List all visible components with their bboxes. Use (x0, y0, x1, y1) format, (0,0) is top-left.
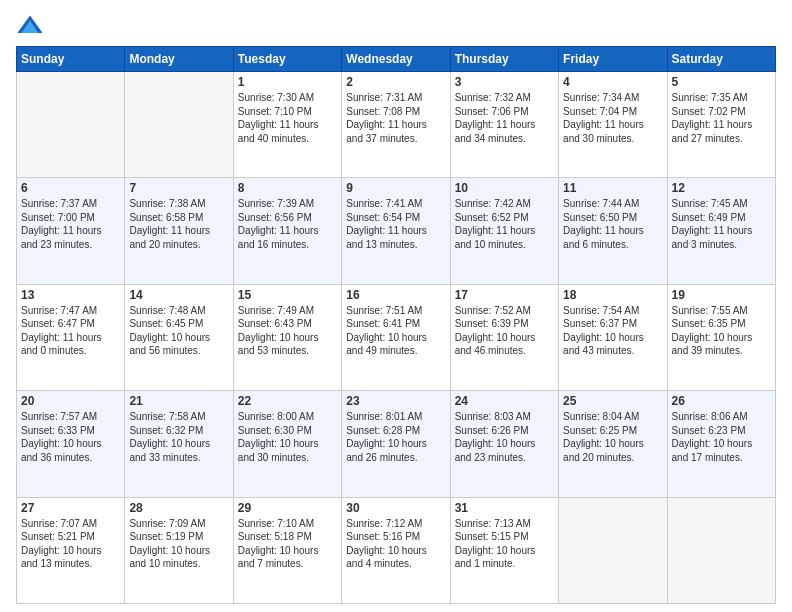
calendar-cell: 20Sunrise: 7:57 AM Sunset: 6:33 PM Dayli… (17, 391, 125, 497)
day-number: 27 (21, 501, 120, 515)
cell-text: Sunrise: 7:42 AM Sunset: 6:52 PM Dayligh… (455, 197, 554, 251)
col-header-sunday: Sunday (17, 47, 125, 72)
day-number: 11 (563, 181, 662, 195)
calendar-cell: 7Sunrise: 7:38 AM Sunset: 6:58 PM Daylig… (125, 178, 233, 284)
calendar-cell: 21Sunrise: 7:58 AM Sunset: 6:32 PM Dayli… (125, 391, 233, 497)
col-header-saturday: Saturday (667, 47, 775, 72)
day-number: 6 (21, 181, 120, 195)
col-header-friday: Friday (559, 47, 667, 72)
day-number: 9 (346, 181, 445, 195)
day-number: 28 (129, 501, 228, 515)
calendar-week-row: 6Sunrise: 7:37 AM Sunset: 7:00 PM Daylig… (17, 178, 776, 284)
calendar-table: SundayMondayTuesdayWednesdayThursdayFrid… (16, 46, 776, 604)
day-number: 2 (346, 75, 445, 89)
cell-text: Sunrise: 7:39 AM Sunset: 6:56 PM Dayligh… (238, 197, 337, 251)
calendar-week-row: 27Sunrise: 7:07 AM Sunset: 5:21 PM Dayli… (17, 497, 776, 603)
calendar-cell: 22Sunrise: 8:00 AM Sunset: 6:30 PM Dayli… (233, 391, 341, 497)
calendar-cell (17, 72, 125, 178)
cell-text: Sunrise: 8:01 AM Sunset: 6:28 PM Dayligh… (346, 410, 445, 464)
cell-text: Sunrise: 7:55 AM Sunset: 6:35 PM Dayligh… (672, 304, 771, 358)
cell-text: Sunrise: 7:44 AM Sunset: 6:50 PM Dayligh… (563, 197, 662, 251)
calendar-cell: 6Sunrise: 7:37 AM Sunset: 7:00 PM Daylig… (17, 178, 125, 284)
calendar-cell: 29Sunrise: 7:10 AM Sunset: 5:18 PM Dayli… (233, 497, 341, 603)
day-number: 15 (238, 288, 337, 302)
calendar-cell: 15Sunrise: 7:49 AM Sunset: 6:43 PM Dayli… (233, 284, 341, 390)
calendar-cell: 5Sunrise: 7:35 AM Sunset: 7:02 PM Daylig… (667, 72, 775, 178)
cell-text: Sunrise: 7:48 AM Sunset: 6:45 PM Dayligh… (129, 304, 228, 358)
cell-text: Sunrise: 7:37 AM Sunset: 7:00 PM Dayligh… (21, 197, 120, 251)
calendar-week-row: 20Sunrise: 7:57 AM Sunset: 6:33 PM Dayli… (17, 391, 776, 497)
calendar-cell: 27Sunrise: 7:07 AM Sunset: 5:21 PM Dayli… (17, 497, 125, 603)
calendar-cell: 3Sunrise: 7:32 AM Sunset: 7:06 PM Daylig… (450, 72, 558, 178)
cell-text: Sunrise: 7:38 AM Sunset: 6:58 PM Dayligh… (129, 197, 228, 251)
cell-text: Sunrise: 7:45 AM Sunset: 6:49 PM Dayligh… (672, 197, 771, 251)
day-number: 29 (238, 501, 337, 515)
cell-text: Sunrise: 8:00 AM Sunset: 6:30 PM Dayligh… (238, 410, 337, 464)
calendar-cell: 16Sunrise: 7:51 AM Sunset: 6:41 PM Dayli… (342, 284, 450, 390)
cell-text: Sunrise: 7:52 AM Sunset: 6:39 PM Dayligh… (455, 304, 554, 358)
cell-text: Sunrise: 8:04 AM Sunset: 6:25 PM Dayligh… (563, 410, 662, 464)
calendar-cell (667, 497, 775, 603)
calendar-cell: 26Sunrise: 8:06 AM Sunset: 6:23 PM Dayli… (667, 391, 775, 497)
calendar-page: SundayMondayTuesdayWednesdayThursdayFrid… (0, 0, 792, 612)
day-number: 1 (238, 75, 337, 89)
cell-text: Sunrise: 7:51 AM Sunset: 6:41 PM Dayligh… (346, 304, 445, 358)
cell-text: Sunrise: 7:41 AM Sunset: 6:54 PM Dayligh… (346, 197, 445, 251)
day-number: 8 (238, 181, 337, 195)
day-number: 25 (563, 394, 662, 408)
day-number: 4 (563, 75, 662, 89)
calendar-cell: 14Sunrise: 7:48 AM Sunset: 6:45 PM Dayli… (125, 284, 233, 390)
day-number: 10 (455, 181, 554, 195)
day-number: 14 (129, 288, 228, 302)
cell-text: Sunrise: 7:30 AM Sunset: 7:10 PM Dayligh… (238, 91, 337, 145)
calendar-cell: 8Sunrise: 7:39 AM Sunset: 6:56 PM Daylig… (233, 178, 341, 284)
cell-text: Sunrise: 7:47 AM Sunset: 6:47 PM Dayligh… (21, 304, 120, 358)
calendar-cell: 18Sunrise: 7:54 AM Sunset: 6:37 PM Dayli… (559, 284, 667, 390)
day-number: 24 (455, 394, 554, 408)
calendar-cell: 12Sunrise: 7:45 AM Sunset: 6:49 PM Dayli… (667, 178, 775, 284)
col-header-tuesday: Tuesday (233, 47, 341, 72)
calendar-cell: 24Sunrise: 8:03 AM Sunset: 6:26 PM Dayli… (450, 391, 558, 497)
day-number: 21 (129, 394, 228, 408)
day-number: 30 (346, 501, 445, 515)
col-header-thursday: Thursday (450, 47, 558, 72)
calendar-cell (125, 72, 233, 178)
calendar-cell (559, 497, 667, 603)
calendar-cell: 10Sunrise: 7:42 AM Sunset: 6:52 PM Dayli… (450, 178, 558, 284)
day-number: 20 (21, 394, 120, 408)
cell-text: Sunrise: 7:12 AM Sunset: 5:16 PM Dayligh… (346, 517, 445, 571)
calendar-header-row: SundayMondayTuesdayWednesdayThursdayFrid… (17, 47, 776, 72)
calendar-week-row: 1Sunrise: 7:30 AM Sunset: 7:10 PM Daylig… (17, 72, 776, 178)
calendar-cell: 31Sunrise: 7:13 AM Sunset: 5:15 PM Dayli… (450, 497, 558, 603)
day-number: 26 (672, 394, 771, 408)
calendar-cell: 25Sunrise: 8:04 AM Sunset: 6:25 PM Dayli… (559, 391, 667, 497)
logo-icon (16, 12, 44, 40)
calendar-cell: 17Sunrise: 7:52 AM Sunset: 6:39 PM Dayli… (450, 284, 558, 390)
calendar-cell: 23Sunrise: 8:01 AM Sunset: 6:28 PM Dayli… (342, 391, 450, 497)
day-number: 12 (672, 181, 771, 195)
col-header-monday: Monday (125, 47, 233, 72)
day-number: 19 (672, 288, 771, 302)
calendar-cell: 30Sunrise: 7:12 AM Sunset: 5:16 PM Dayli… (342, 497, 450, 603)
day-number: 13 (21, 288, 120, 302)
cell-text: Sunrise: 7:31 AM Sunset: 7:08 PM Dayligh… (346, 91, 445, 145)
day-number: 5 (672, 75, 771, 89)
calendar-cell: 19Sunrise: 7:55 AM Sunset: 6:35 PM Dayli… (667, 284, 775, 390)
logo (16, 12, 48, 40)
day-number: 3 (455, 75, 554, 89)
calendar-cell: 28Sunrise: 7:09 AM Sunset: 5:19 PM Dayli… (125, 497, 233, 603)
cell-text: Sunrise: 7:49 AM Sunset: 6:43 PM Dayligh… (238, 304, 337, 358)
cell-text: Sunrise: 7:35 AM Sunset: 7:02 PM Dayligh… (672, 91, 771, 145)
cell-text: Sunrise: 8:03 AM Sunset: 6:26 PM Dayligh… (455, 410, 554, 464)
cell-text: Sunrise: 7:13 AM Sunset: 5:15 PM Dayligh… (455, 517, 554, 571)
day-number: 31 (455, 501, 554, 515)
day-number: 16 (346, 288, 445, 302)
calendar-cell: 4Sunrise: 7:34 AM Sunset: 7:04 PM Daylig… (559, 72, 667, 178)
cell-text: Sunrise: 7:07 AM Sunset: 5:21 PM Dayligh… (21, 517, 120, 571)
day-number: 7 (129, 181, 228, 195)
day-number: 17 (455, 288, 554, 302)
day-number: 18 (563, 288, 662, 302)
calendar-cell: 13Sunrise: 7:47 AM Sunset: 6:47 PM Dayli… (17, 284, 125, 390)
day-number: 23 (346, 394, 445, 408)
calendar-week-row: 13Sunrise: 7:47 AM Sunset: 6:47 PM Dayli… (17, 284, 776, 390)
